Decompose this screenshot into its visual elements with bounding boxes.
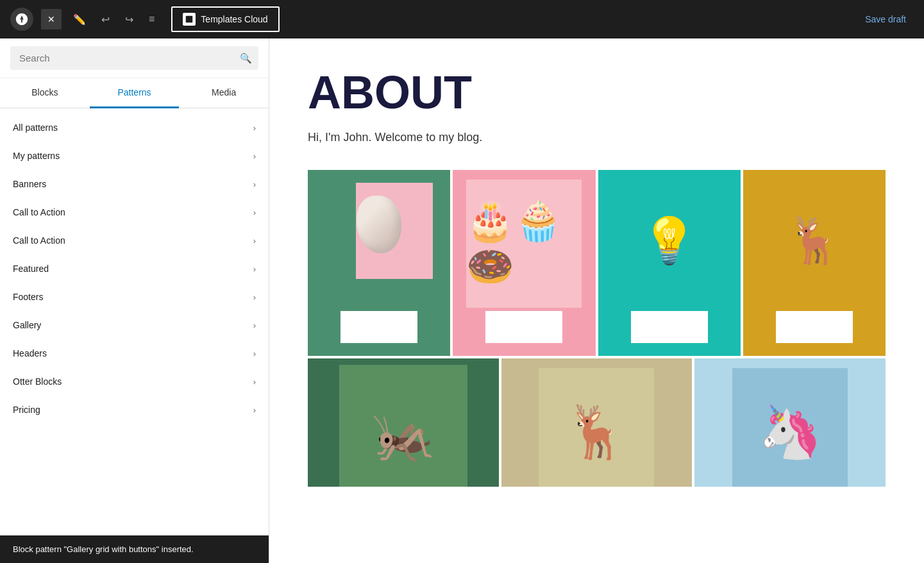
toast-notification: Block pattern "Gallery grid with buttons…	[0, 535, 269, 563]
tab-media[interactable]: Media	[179, 78, 269, 108]
topbar: ✕ ✏️ ↩ ↪ ≡ Templates Cloud Save draft	[0, 0, 924, 38]
image-cell-1	[308, 170, 450, 356]
pattern-item-my-patterns[interactable]: My patterns ›	[0, 142, 269, 170]
tab-blocks[interactable]: Blocks	[0, 78, 90, 108]
chevron-right-icon: ›	[253, 321, 256, 330]
pattern-item-featured[interactable]: Featured ›	[0, 255, 269, 283]
sidebar: 🔍 Blocks Patterns Media All patterns ›	[0, 38, 269, 563]
search-input[interactable]	[10, 46, 258, 70]
content-area: ABOUT Hi, I'm John. Welcome to my blog. …	[269, 38, 924, 563]
page-title: ABOUT	[308, 69, 886, 115]
search-button[interactable]: 🔍	[240, 53, 252, 64]
image-cell-7: 🦄	[694, 358, 886, 487]
templates-cloud-button[interactable]: Templates Cloud	[171, 6, 279, 32]
chevron-right-icon: ›	[253, 123, 256, 133]
redo-button[interactable]: ↪	[121, 10, 137, 29]
chevron-right-icon: ›	[253, 151, 256, 161]
search-input-wrap: 🔍	[10, 46, 258, 70]
wp-logo-icon[interactable]	[10, 8, 33, 31]
close-button[interactable]: ✕	[41, 9, 62, 29]
chevron-right-icon: ›	[253, 292, 256, 302]
svg-rect-0	[186, 16, 193, 23]
menu-button[interactable]: ≡	[145, 10, 158, 29]
sidebar-tabs: Blocks Patterns Media	[0, 78, 269, 108]
image-cell-5: 🦗	[308, 358, 499, 487]
edit-icon[interactable]: ✏️	[69, 10, 90, 29]
chevron-right-icon: ›	[253, 180, 256, 189]
save-draft-button[interactable]: Save draft	[857, 10, 914, 28]
chevron-right-icon: ›	[253, 208, 256, 217]
pattern-item-headers[interactable]: Headers ›	[0, 339, 269, 367]
tab-patterns[interactable]: Patterns	[90, 78, 180, 108]
image-cell-3: 💡	[598, 170, 741, 356]
image-grid-row1: 🎂🧁🍩 💡 🦌	[308, 170, 886, 356]
page-subtitle: Hi, I'm John. Welcome to my blog.	[308, 131, 886, 144]
image-cell-4: 🦌	[743, 170, 886, 356]
templates-cloud-icon	[183, 13, 196, 26]
pattern-item-all-patterns[interactable]: All patterns ›	[0, 113, 269, 142]
image-cell-2: 🎂🧁🍩	[453, 170, 595, 356]
chevron-right-icon: ›	[253, 405, 256, 415]
chevron-right-icon: ›	[253, 349, 256, 358]
pattern-list: All patterns › My patterns › Banners › C…	[0, 108, 269, 563]
image-cell-6: 🦌	[501, 358, 693, 487]
pattern-item-banners[interactable]: Banners ›	[0, 170, 269, 198]
pattern-item-otter-blocks[interactable]: Otter Blocks ›	[0, 367, 269, 396]
pattern-list-inner: All patterns › My patterns › Banners › C…	[0, 108, 269, 429]
pattern-item-call-to-action-1[interactable]: Call to Action ›	[0, 198, 269, 226]
pattern-item-pricing[interactable]: Pricing ›	[0, 396, 269, 424]
chevron-right-icon: ›	[253, 236, 256, 246]
main-area: 🔍 Blocks Patterns Media All patterns ›	[0, 38, 924, 563]
pattern-item-call-to-action-2[interactable]: Call to Action ›	[0, 226, 269, 255]
chevron-right-icon: ›	[253, 377, 256, 387]
chevron-right-icon: ›	[253, 264, 256, 274]
undo-button[interactable]: ↩	[97, 10, 113, 29]
search-bar: 🔍	[0, 38, 269, 78]
pattern-item-gallery[interactable]: Gallery ›	[0, 311, 269, 339]
pattern-item-footers[interactable]: Footers ›	[0, 283, 269, 311]
image-grid-row2: 🦗 🦌 🦄	[308, 358, 886, 487]
